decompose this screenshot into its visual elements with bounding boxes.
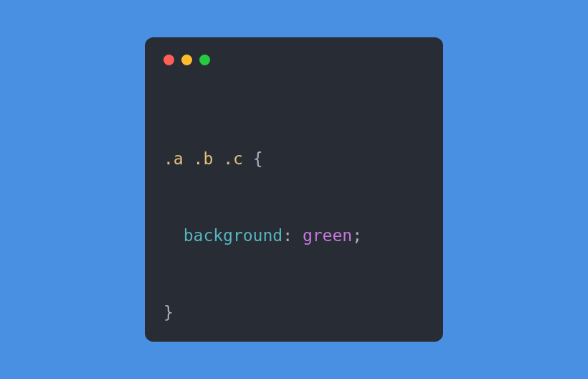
space-token [243, 149, 253, 168]
colon-token: : [283, 226, 293, 245]
space-token [213, 149, 223, 168]
code-line: background: green; [163, 223, 425, 249]
code-line: } [163, 300, 425, 326]
semicolon-token: ; [352, 226, 362, 245]
selector-token: .a [163, 149, 184, 168]
selector-token: .c [223, 149, 243, 168]
value-token: green [303, 226, 352, 245]
window-titlebar [163, 55, 425, 65]
brace-token: { [253, 149, 263, 168]
maximize-icon[interactable] [199, 55, 210, 65]
code-window: .a .b .c { background: green; } .a :is(.… [145, 37, 443, 342]
code-line: .a .b .c { [163, 146, 425, 172]
brace-token: } [163, 303, 174, 322]
selector-token: .b [194, 149, 214, 168]
close-icon[interactable] [163, 55, 174, 65]
code-block: .a .b .c { background: green; } .a :is(.… [163, 95, 425, 379]
property-token: background [184, 226, 283, 245]
space-token [293, 226, 303, 245]
space-token [184, 149, 194, 168]
minimize-icon[interactable] [181, 55, 192, 65]
